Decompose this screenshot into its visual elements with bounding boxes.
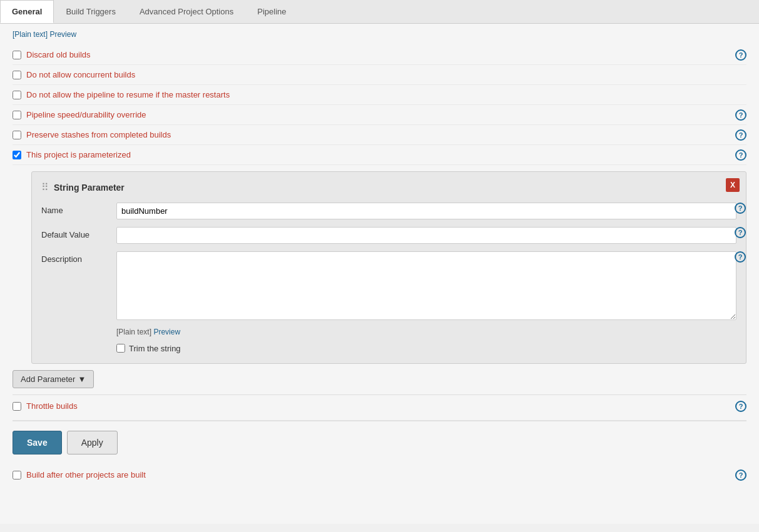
help-icon-description[interactable]: ? — [735, 251, 746, 263]
option-label-discard-old-builds[interactable]: Discard old builds — [13, 50, 746, 59]
name-label: Name — [41, 203, 116, 215]
plain-text-static: [Plain text] — [116, 328, 151, 336]
checkbox-discard-old-builds[interactable] — [13, 51, 21, 59]
option-row-preserve-stashes: Preserve stashes from completed builds ? — [13, 125, 746, 145]
default-value-field-row: Default Value ? — [41, 227, 736, 244]
default-value-input-wrap: ? — [116, 227, 736, 244]
help-icon-preserve-stashes[interactable]: ? — [735, 129, 746, 141]
save-button[interactable]: Save — [13, 431, 62, 454]
default-value-input[interactable] — [116, 227, 736, 244]
build-after-row: Build after other projects are built ? — [13, 464, 746, 486]
tab-advanced-project-options[interactable]: Advanced Project Options — [128, 0, 245, 23]
help-icon-discard-old-builds[interactable]: ? — [735, 49, 746, 61]
option-text-discard-old-builds: Discard old builds — [26, 50, 91, 59]
checkbox-pipeline-speed[interactable] — [13, 111, 21, 119]
help-icon-name[interactable]: ? — [735, 203, 746, 214]
option-text-preserve-stashes: Preserve stashes from completed builds — [26, 130, 171, 139]
checkbox-preserve-stashes[interactable] — [13, 131, 21, 139]
description-input-wrap: ? — [116, 251, 736, 320]
top-plain-text: [Plain text] Preview — [13, 30, 746, 39]
build-after-label[interactable]: Build after other projects are built — [13, 470, 146, 479]
help-icon-pipeline-speed[interactable]: ? — [735, 109, 746, 121]
option-label-parameterized[interactable]: This project is parameterized — [13, 150, 746, 159]
help-icon-throttle-builds[interactable]: ? — [735, 401, 746, 412]
option-text-pipeline-speed: Pipeline speed/durability override — [26, 110, 146, 119]
name-input[interactable] — [116, 203, 736, 219]
throttle-builds-row: Throttle builds ? — [13, 394, 746, 417]
option-text-no-concurrent-builds: Do not allow concurrent builds — [26, 70, 135, 79]
throttle-builds-text: Throttle builds — [26, 401, 78, 411]
main-content: [Plain text] Preview Discard old builds … — [0, 24, 759, 524]
string-parameter-box: X ⠿ String Parameter Name ? Default Valu… — [31, 171, 746, 364]
help-icon-default-value[interactable]: ? — [735, 227, 746, 238]
option-row-no-resume-pipeline: Do not allow the pipeline to resume if t… — [13, 85, 746, 105]
build-after-text: Build after other projects are built — [26, 470, 146, 479]
apply-button[interactable]: Apply — [67, 431, 118, 454]
description-label: Description — [41, 251, 116, 264]
option-text-parameterized: This project is parameterized — [26, 150, 131, 159]
add-parameter-arrow-icon: ▼ — [78, 374, 86, 384]
description-field-row: Description ? — [41, 251, 736, 320]
description-preview-link-row: [Plain text] Preview — [116, 328, 736, 336]
trim-text: Trim the string — [129, 344, 181, 353]
option-label-no-concurrent-builds[interactable]: Do not allow concurrent builds — [13, 70, 746, 79]
option-row-discard-old-builds: Discard old builds ? — [13, 45, 746, 65]
throttle-builds-label[interactable]: Throttle builds — [13, 401, 78, 411]
option-label-preserve-stashes[interactable]: Preserve stashes from completed builds — [13, 130, 746, 139]
option-label-no-resume-pipeline[interactable]: Do not allow the pipeline to resume if t… — [13, 90, 746, 99]
trim-label[interactable]: Trim the string — [116, 344, 181, 353]
tab-build-triggers[interactable]: Build Triggers — [54, 0, 127, 23]
add-parameter-label: Add Parameter — [21, 374, 75, 384]
tab-pipeline[interactable]: Pipeline — [245, 0, 298, 23]
trim-checkbox[interactable] — [116, 344, 125, 353]
help-icon-parameterized[interactable]: ? — [735, 149, 746, 161]
option-row-pipeline-speed: Pipeline speed/durability override ? — [13, 105, 746, 125]
checkbox-no-concurrent-builds[interactable] — [13, 71, 21, 79]
option-row-no-concurrent-builds: Do not allow concurrent builds — [13, 65, 746, 85]
description-preview-link[interactable]: Preview — [153, 328, 180, 336]
option-text-no-resume-pipeline: Do not allow the pipeline to resume if t… — [26, 90, 230, 99]
option-row-parameterized: This project is parameterized ? — [13, 145, 746, 165]
checkbox-no-resume-pipeline[interactable] — [13, 91, 21, 99]
trim-row: Trim the string ? — [116, 343, 736, 354]
bottom-buttons: Save Apply — [13, 420, 746, 464]
add-parameter-button[interactable]: Add Parameter ▼ — [13, 370, 94, 388]
plain-text-label: [Plain text] — [13, 30, 48, 39]
default-value-label: Default Value — [41, 227, 116, 239]
string-parameter-header: ⠿ String Parameter — [41, 181, 736, 193]
name-field-row: Name ? — [41, 203, 736, 219]
close-string-parameter-button[interactable]: X — [726, 178, 740, 192]
checkbox-build-after[interactable] — [13, 471, 21, 479]
help-icon-build-after[interactable]: ? — [735, 469, 746, 481]
string-parameter-title: String Parameter — [54, 183, 125, 193]
checkbox-parameterized[interactable] — [13, 151, 21, 159]
tab-bar: General Build Triggers Advanced Project … — [0, 0, 759, 24]
checkbox-throttle-builds[interactable] — [13, 402, 21, 411]
description-textarea[interactable] — [116, 251, 736, 320]
tab-general[interactable]: General — [0, 0, 54, 23]
drag-handle-icon[interactable]: ⠿ — [41, 181, 49, 193]
top-preview-link[interactable]: Preview — [49, 30, 76, 39]
name-input-wrap: ? — [116, 203, 736, 219]
option-label-pipeline-speed[interactable]: Pipeline speed/durability override — [13, 110, 746, 119]
